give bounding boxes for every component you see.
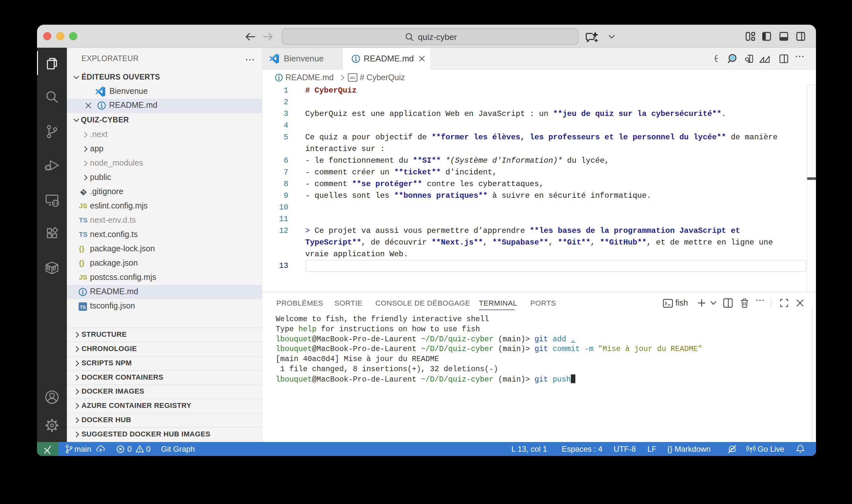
svg-text:TS: TS <box>80 305 86 310</box>
svg-text:abc: abc <box>350 76 356 79</box>
